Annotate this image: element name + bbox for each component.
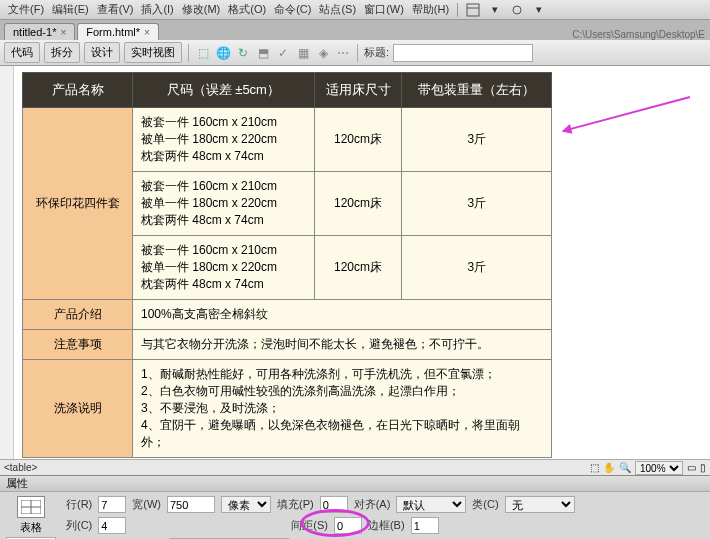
divider	[457, 3, 458, 17]
zoom-select[interactable]: 100%	[635, 461, 683, 475]
options-icon[interactable]: ▦	[295, 45, 311, 61]
close-icon[interactable]: ×	[60, 27, 66, 38]
align-select[interactable]: 默认	[396, 496, 466, 513]
more-icon[interactable]: ⋯	[335, 45, 351, 61]
cols-input[interactable]	[98, 517, 126, 534]
cell-intro: 100%高支高密全棉斜纹	[133, 300, 552, 330]
design-canvas[interactable]: 产品名称 尺码（误差 ±5cm） 适用床尺寸 带包装重量（左右） 环保印花四件套…	[0, 66, 710, 459]
cell-weight: 3斤	[402, 108, 552, 172]
width-unit-select[interactable]: 像素	[221, 496, 271, 513]
tab-label: Form.html*	[86, 26, 140, 38]
menu-command[interactable]: 命令(C)	[274, 2, 311, 17]
tag-selector-bar: <table> ⬚ ✋ 🔍 100% ▭ ▯	[0, 459, 710, 475]
inspect-icon[interactable]: ⬚	[195, 45, 211, 61]
svg-point-2	[513, 6, 521, 14]
width-label: 宽(W)	[132, 497, 161, 512]
divider	[188, 44, 189, 62]
title-input[interactable]	[393, 44, 533, 62]
class-select[interactable]: 无	[505, 496, 575, 513]
cell-bed: 120cm床	[314, 108, 402, 172]
dropdown-icon[interactable]: ▾	[532, 3, 546, 17]
menu-file[interactable]: 文件(F)	[8, 2, 44, 17]
element-type: 表格	[20, 520, 42, 535]
live-view-button[interactable]: 实时视图	[124, 42, 182, 63]
menu-modify[interactable]: 修改(M)	[182, 2, 221, 17]
document-tabs: ntitled-1* × Form.html* × C:\Users\Samsu…	[0, 20, 710, 40]
th-name: 产品名称	[23, 73, 133, 108]
menu-insert[interactable]: 插入(I)	[141, 2, 173, 17]
properties-panel: 属性 表格 行(R) 宽(W) 像素 填充(P) 对齐(A) 默认 类(C) 无…	[0, 475, 710, 539]
product-table[interactable]: 产品名称 尺码（误差 ±5cm） 适用床尺寸 带包装重量（左右） 环保印花四件套…	[22, 72, 552, 458]
th-weight: 带包装重量（左右）	[402, 73, 552, 108]
tab-untitled[interactable]: ntitled-1* ×	[4, 23, 75, 40]
tab-form[interactable]: Form.html* ×	[77, 23, 159, 40]
menu-help[interactable]: 帮助(H)	[412, 2, 449, 17]
zoom-tool-icon[interactable]: 🔍	[619, 462, 631, 473]
document-toolbar: 代码 拆分 设计 实时视图 ⬚ 🌐 ↻ ⬒ ✓ ▦ ◈ ⋯ 标题:	[0, 40, 710, 66]
cell-bed: 120cm床	[314, 236, 402, 300]
cell-weight: 3斤	[402, 236, 552, 300]
menu-window[interactable]: 窗口(W)	[364, 2, 404, 17]
globe-icon[interactable]: 🌐	[215, 45, 231, 61]
cell-product-name: 环保印花四件套	[23, 108, 133, 300]
dropdown-icon[interactable]: ▾	[488, 3, 502, 17]
table-icon	[17, 496, 45, 518]
close-icon[interactable]: ×	[144, 27, 150, 38]
window-size-icon[interactable]: ▭	[687, 462, 696, 473]
layout-icon[interactable]	[466, 3, 480, 17]
hand-tool-icon[interactable]: ✋	[603, 462, 615, 473]
tag-path[interactable]: <table>	[4, 462, 37, 473]
space-input[interactable]	[334, 517, 362, 534]
code-view-button[interactable]: 代码	[4, 42, 40, 63]
space-label: 间距(S)	[291, 518, 328, 533]
split-view-button[interactable]: 拆分	[44, 42, 80, 63]
class-label: 类(C)	[472, 497, 498, 512]
file-path: C:\Users\Samsung\Desktop\E	[572, 29, 705, 40]
rows-input[interactable]	[98, 496, 126, 513]
menu-edit[interactable]: 编辑(E)	[52, 2, 89, 17]
pad-input[interactable]	[320, 496, 348, 513]
cell-notice: 与其它衣物分开洗涤；浸泡时间不能太长，避免褪色；不可拧干。	[133, 330, 552, 360]
cell-weight: 3斤	[402, 172, 552, 236]
menu-format[interactable]: 格式(O)	[228, 2, 266, 17]
svg-rect-0	[467, 4, 479, 16]
cell-bed: 120cm床	[314, 172, 402, 236]
tool-icon[interactable]	[510, 3, 524, 17]
properties-header[interactable]: 属性	[0, 476, 710, 492]
device-icon[interactable]: ▯	[700, 462, 706, 473]
title-label: 标题:	[364, 45, 389, 60]
nav-icon[interactable]: ⬒	[255, 45, 271, 61]
cell-spec: 被套一件 160cm x 210cm被单一件 180cm x 220cm枕套两件…	[133, 236, 315, 300]
vertical-ruler	[0, 66, 14, 459]
validate-icon[interactable]: ✓	[275, 45, 291, 61]
border-input[interactable]	[411, 517, 439, 534]
cell-intro-label: 产品介绍	[23, 300, 133, 330]
select-tool-icon[interactable]: ⬚	[590, 462, 599, 473]
refresh-icon[interactable]: ↻	[235, 45, 251, 61]
th-size: 尺码（误差 ±5cm）	[133, 73, 315, 108]
cell-spec: 被套一件 160cm x 210cm被单一件 180cm x 220cm枕套两件…	[133, 108, 315, 172]
rows-label: 行(R)	[66, 497, 92, 512]
visual-aids-icon[interactable]: ◈	[315, 45, 331, 61]
cell-wash-label: 洗涤说明	[23, 360, 133, 458]
width-input[interactable]	[167, 496, 215, 513]
cell-wash: 1、耐碱耐热性能好，可用各种洗涤剂，可手洗机洗，但不宜氯漂；2、白色衣物可用碱性…	[133, 360, 552, 458]
menu-bar: 文件(F) 编辑(E) 查看(V) 插入(I) 修改(M) 格式(O) 命令(C…	[0, 0, 710, 20]
menu-site[interactable]: 站点(S)	[319, 2, 356, 17]
cols-label: 列(C)	[66, 518, 92, 533]
pad-label: 填充(P)	[277, 497, 314, 512]
align-label: 对齐(A)	[354, 497, 391, 512]
design-view-button[interactable]: 设计	[84, 42, 120, 63]
cell-notice-label: 注意事项	[23, 330, 133, 360]
border-label: 边框(B)	[368, 518, 405, 533]
th-bed: 适用床尺寸	[314, 73, 402, 108]
divider	[357, 44, 358, 62]
menu-view[interactable]: 查看(V)	[97, 2, 134, 17]
cell-spec: 被套一件 160cm x 210cm被单一件 180cm x 220cm枕套两件…	[133, 172, 315, 236]
tab-label: ntitled-1*	[13, 26, 56, 38]
